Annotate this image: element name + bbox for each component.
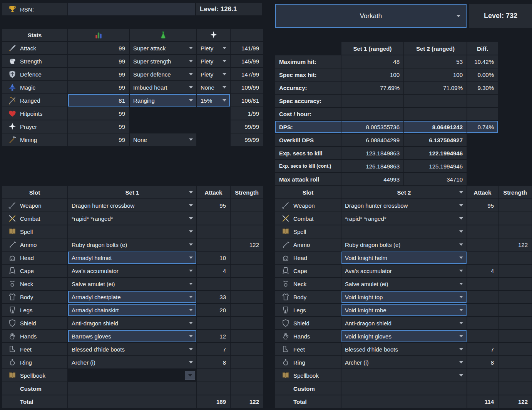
item-select-set-1-shield[interactable]: Anti-dragon shield <box>68 317 196 329</box>
stat-level-strength[interactable]: 99 <box>68 55 129 67</box>
item-select-set-2-body[interactable]: Void knight top <box>341 291 467 303</box>
item-select-set-2-feet-value: Blessed d'hide boots <box>345 346 398 353</box>
item-select-set-2-hands[interactable]: Void knight gloves <box>341 330 467 342</box>
boost-select-magic[interactable]: Imbued heart <box>130 81 196 93</box>
row-label-spec-accuracy: Spec accuracy: <box>279 98 321 104</box>
strength-value-set-1-spell <box>231 225 263 238</box>
strength-value-set-2-ring <box>499 356 532 368</box>
item-select-set-2-spell[interactable] <box>341 225 467 238</box>
boost-select-strength[interactable]: Super strength <box>130 55 196 67</box>
stat-label-prayer: Prayer <box>20 123 37 130</box>
item-select-set-1-head[interactable]: Armadyl helmet <box>68 252 196 264</box>
item-select-set-2-neck[interactable]: Salve amulet (ei) <box>341 278 467 290</box>
set2-value-spec-max-hit: 100 <box>404 68 467 81</box>
set1-exp-secs-to-kill: 123.1849863 <box>366 150 400 157</box>
chevron-down-icon <box>189 60 193 62</box>
strength-icon <box>8 57 17 65</box>
boost-select-defence[interactable]: Super defence <box>130 68 196 80</box>
stat-row-hitpoints: Hitpoints <box>2 107 67 120</box>
set2-value-spec-accuracy <box>404 95 467 107</box>
item-select-set-2-ring[interactable]: Archer (i) <box>341 356 467 368</box>
potion-icon <box>159 31 167 39</box>
chevron-down-icon <box>459 243 463 246</box>
slot-name-shield: Shield <box>20 320 36 327</box>
slot-label-set-2-legs: Legs <box>275 304 341 316</box>
item-select-set-2-legs[interactable]: Void knight robe <box>341 304 467 316</box>
item-select-set-2-spellbook[interactable] <box>341 369 467 382</box>
gear-attack-header-set-2: Attack <box>467 186 498 198</box>
slot-label-set-2-weapon: Weapon <box>275 199 341 212</box>
strength-value-set-1-neck <box>231 278 263 290</box>
chevron-down-icon <box>189 348 193 350</box>
spellbook-select-button-set-1[interactable] <box>185 371 195 380</box>
prayer-select-ranged[interactable]: 15% <box>197 94 230 107</box>
slot-label-set-1-spellbook: Spellbook <box>2 369 67 382</box>
slot-name-spellbook: Spellbook <box>293 372 319 379</box>
chevron-down-icon <box>189 73 193 75</box>
comparison-label-dps: DPS: <box>275 121 341 133</box>
attack-value-set-2-spellbook <box>467 369 498 382</box>
item-select-set-1-ring[interactable]: Archer (i) <box>68 356 196 368</box>
stat-level-attack[interactable]: 99 <box>68 42 129 54</box>
set2-exp-secs-to-kill: 122.1994946 <box>429 150 463 157</box>
item-select-set-1-weapon[interactable]: Dragon hunter crossbow <box>68 199 196 212</box>
item-select-set-1-neck[interactable]: Salve amulet (ei) <box>68 278 196 290</box>
boost-select-mining[interactable]: None <box>130 133 196 146</box>
spell-icon <box>281 227 290 236</box>
row-label-spec-max-hit: Spec max hit: <box>279 72 317 78</box>
attack-value-set-1-legs: 20 <box>197 304 230 316</box>
item-select-set-2-head[interactable]: Void knight helm <box>341 252 467 264</box>
monster-select[interactable]: Vorkath <box>275 4 467 28</box>
item-select-set-2-head-value: Void knight helm <box>345 255 387 261</box>
item-select-set-2-cape[interactable]: Ava's accumulator <box>341 265 467 277</box>
item-select-set-1-legs[interactable]: Armadyl chainskirt <box>68 304 196 316</box>
stat-level-defence[interactable]: 99 <box>68 68 129 80</box>
boost-select-attack[interactable]: Super attack <box>130 42 196 54</box>
set2-accuracy: 71.09% <box>443 85 463 91</box>
diff-maximum-hit: 10.42% <box>474 58 494 65</box>
item-select-set-1-hands[interactable]: Barrows gloves <box>68 330 196 342</box>
strength-value-set-2-custom <box>499 382 532 395</box>
attack-value-set-2-cape: 4 <box>467 265 498 277</box>
attack-value-set-1-shield <box>197 317 230 329</box>
stat-level-mining[interactable]: 99 <box>68 133 129 146</box>
item-select-set-2-ammo[interactable]: Ruby dragon bolts (e) <box>341 238 467 251</box>
strength-value-set-2-combat <box>499 212 532 225</box>
item-select-set-1-cape-value: Ava's accumulator <box>72 268 119 274</box>
prayer-select-defence[interactable]: Piety <box>197 68 230 80</box>
gear-set-select-set-2[interactable]: Set 2 <box>341 186 467 198</box>
item-select-set-2-weapon[interactable]: Dragon hunter crossbow <box>341 199 467 212</box>
comparison-label-exp-secs-to-kill: Exp. secs to kill <box>275 147 341 159</box>
stat-level-hitpoints[interactable]: 99 <box>68 107 129 120</box>
icon-spacer <box>8 397 17 406</box>
item-select-set-1-body[interactable]: Armadyl chestplate <box>68 291 196 303</box>
boost-select-ranged[interactable]: Ranging <box>130 94 196 107</box>
prayer-select-attack[interactable]: Piety <box>197 42 230 54</box>
item-select-set-1-feet[interactable]: Blessed d'hide boots <box>68 343 196 355</box>
chevron-down-icon <box>459 217 463 220</box>
gear-set-select-set-1[interactable]: Set 1 <box>68 186 196 198</box>
chevron-down-icon <box>459 348 463 350</box>
stat-row-attack: Attack <box>2 42 67 54</box>
strength-value-set-1-weapon <box>231 199 263 212</box>
slot-label-set-2-total: Total <box>275 395 341 408</box>
item-select-set-2-combat[interactable]: *rapid* *ranged* <box>341 212 467 225</box>
item-select-set-2-feet[interactable]: Blessed d'hide boots <box>341 343 467 355</box>
stat-level-magic[interactable]: 99 <box>68 81 129 93</box>
slot-label-set-2-custom: Custom <box>275 382 341 395</box>
item-select-set-1-spell[interactable] <box>68 225 196 238</box>
rsn-input[interactable] <box>68 3 195 15</box>
item-select-set-1-ammo[interactable]: Ruby dragon bolts (e) <box>68 238 196 251</box>
stat-label-hitpoints: Hitpoints <box>20 110 42 117</box>
item-select-set-1-cape[interactable]: Ava's accumulator <box>68 265 196 277</box>
prayer-select-magic-value: None <box>201 84 214 91</box>
item-select-set-2-shield[interactable]: Anti-dragon shield <box>341 317 467 329</box>
empty-space <box>197 107 230 120</box>
stat-level-prayer[interactable]: 99 <box>68 120 129 133</box>
set1-exp-secs-to-kill-cont: 126.1849863 <box>366 163 400 170</box>
stat-level-ranged[interactable]: 81 <box>68 94 129 107</box>
prayer-select-strength[interactable]: Piety <box>197 55 230 67</box>
prayer-select-magic[interactable]: None <box>197 81 230 93</box>
item-select-set-1-combat[interactable]: *rapid* *ranged* <box>68 212 196 225</box>
attack-num-head: 10 <box>219 255 226 261</box>
